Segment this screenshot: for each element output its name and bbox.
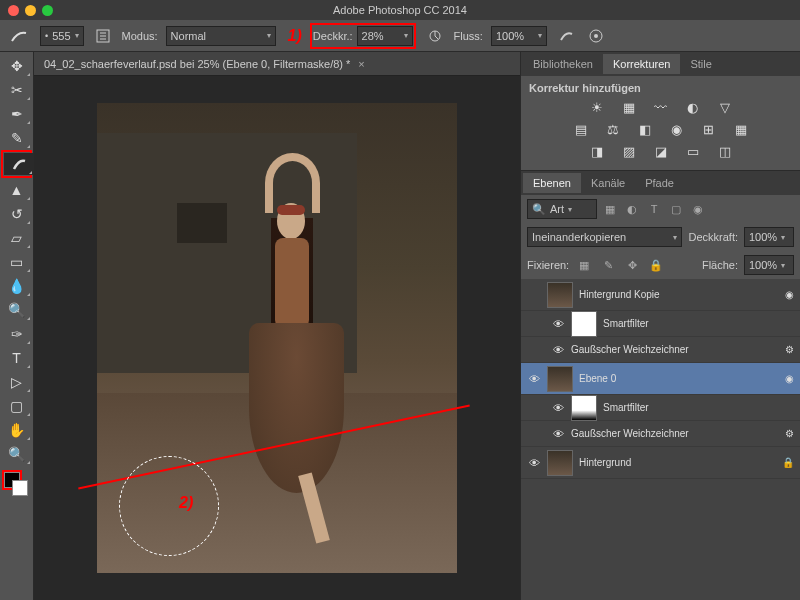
filter-adjust-icon[interactable]: ◐	[623, 201, 641, 217]
lock-all-icon[interactable]: 🔒	[647, 257, 665, 273]
visibility-toggle[interactable]: 👁	[527, 457, 541, 469]
blend-mode-select[interactable]: Normal ▾	[166, 26, 276, 46]
tab-layers[interactable]: Ebenen	[523, 173, 581, 193]
layer-opacity-label: Deckkraft:	[688, 231, 738, 243]
tab-paths[interactable]: Pfade	[635, 173, 684, 193]
document-tab[interactable]: 04_02_schaerfeverlauf.psd bei 25% (Ebene…	[34, 52, 520, 76]
layer-filter-kind[interactable]: 🔍Art▾	[527, 199, 597, 219]
pressure-opacity-icon[interactable]	[424, 25, 446, 47]
layer-row[interactable]: Hintergrund Kopie ◉	[521, 279, 800, 311]
opacity-input[interactable]: 28% ▾	[357, 26, 413, 46]
move-tool[interactable]: ✥	[2, 55, 32, 77]
layer-filter-row: 🔍Art▾ ▦ ◐ T ▢ ◉	[521, 195, 800, 223]
tab-libraries[interactable]: Bibliotheken	[523, 54, 603, 74]
visibility-toggle[interactable]: 👁	[551, 402, 565, 414]
blur-tool[interactable]: 💧	[2, 275, 32, 297]
layer-opacity-input[interactable]: 100%▾	[744, 227, 794, 247]
adjustments-tabs: Bibliotheken Korrekturen Stile	[521, 52, 800, 76]
brush-cursor	[119, 456, 219, 556]
filter-type-icon[interactable]: T	[645, 201, 663, 217]
type-tool[interactable]: T	[2, 347, 32, 369]
lock-move-icon[interactable]: ✥	[623, 257, 641, 273]
adjustments-panel: Korrektur hinzufügen ☀ ▦ 〰 ◐ ▽ ▤ ⚖ ◧ ◉ ⊞…	[521, 76, 800, 171]
visibility-toggle[interactable]: 👁	[551, 428, 565, 440]
brush-size-value: 555	[52, 30, 70, 42]
layer-row[interactable]: 👁 Gaußscher Weichzeichner ⚙	[521, 337, 800, 363]
gradient-tool[interactable]: ▭	[2, 251, 32, 273]
layers-tabs: Ebenen Kanäle Pfade	[521, 171, 800, 195]
canvas[interactable]: 2)	[34, 76, 520, 600]
lock-paint-icon[interactable]: ✎	[599, 257, 617, 273]
posterize-icon[interactable]: ▨	[618, 142, 640, 160]
layer-blend-row: Ineinanderkopieren▾ Deckkraft: 100%▾	[521, 223, 800, 251]
minimize-window-button[interactable]	[25, 5, 36, 16]
smart-object-icon: ◉	[785, 373, 794, 384]
tab-channels[interactable]: Kanäle	[581, 173, 635, 193]
visibility-toggle[interactable]: 👁	[551, 318, 565, 330]
brush-panel-toggle-icon[interactable]	[92, 25, 114, 47]
tab-styles[interactable]: Stile	[680, 54, 721, 74]
layers-list: Hintergrund Kopie ◉ 👁 Smartfilter 👁 Gauß…	[521, 279, 800, 600]
lock-pixels-icon[interactable]: ▦	[575, 257, 593, 273]
crop-tool[interactable]: ✂	[2, 79, 32, 101]
gradient-map-icon[interactable]: ▭	[682, 142, 704, 160]
layer-thumb[interactable]	[547, 366, 573, 392]
shape-tool[interactable]: ▢	[2, 395, 32, 417]
brush-tool[interactable]	[4, 153, 34, 175]
brightness-icon[interactable]: ☀	[586, 98, 608, 116]
path-select-tool[interactable]: ▷	[2, 371, 32, 393]
brush-size-picker[interactable]: • 555 ▾	[40, 26, 84, 46]
hand-tool[interactable]: ✋	[2, 419, 32, 441]
stamp-tool[interactable]: ▲	[2, 179, 32, 201]
layer-thumb[interactable]	[547, 282, 573, 308]
svg-point-3	[594, 34, 598, 38]
bw-icon[interactable]: ◧	[634, 120, 656, 138]
maximize-window-button[interactable]	[42, 5, 53, 16]
layer-blend-mode[interactable]: Ineinanderkopieren▾	[527, 227, 682, 247]
close-window-button[interactable]	[8, 5, 19, 16]
filter-settings-icon[interactable]: ⚙	[785, 344, 794, 355]
dodge-tool[interactable]: 🔍	[2, 299, 32, 321]
color-swatches[interactable]	[0, 470, 33, 500]
background-swatch[interactable]	[12, 480, 28, 496]
zoom-tool[interactable]: 🔍	[2, 443, 32, 465]
mask-thumb[interactable]	[571, 311, 597, 337]
history-brush-tool[interactable]: ↺	[2, 203, 32, 225]
layer-row[interactable]: 👁 Ebene 0 ◉	[521, 363, 800, 395]
layer-thumb[interactable]	[547, 450, 573, 476]
selective-color-icon[interactable]: ◫	[714, 142, 736, 160]
visibility-toggle[interactable]: 👁	[527, 373, 541, 385]
filter-settings-icon[interactable]: ⚙	[785, 428, 794, 439]
filter-shape-icon[interactable]: ▢	[667, 201, 685, 217]
visibility-toggle[interactable]: 👁	[551, 344, 565, 356]
eyedropper-tool[interactable]: ✒	[2, 103, 32, 125]
pen-tool[interactable]: ✑	[2, 323, 32, 345]
layer-fill-input[interactable]: 100%▾	[744, 255, 794, 275]
exposure-icon[interactable]: ◐	[682, 98, 704, 116]
hue-icon[interactable]: ▤	[570, 120, 592, 138]
filter-smart-icon[interactable]: ◉	[689, 201, 707, 217]
brush-preview-icon[interactable]	[6, 25, 32, 47]
eraser-tool[interactable]: ▱	[2, 227, 32, 249]
balance-icon[interactable]: ⚖	[602, 120, 624, 138]
curves-icon[interactable]: 〰	[650, 98, 672, 116]
mask-thumb[interactable]	[571, 395, 597, 421]
levels-icon[interactable]: ▦	[618, 98, 640, 116]
healing-tool[interactable]: ✎	[2, 127, 32, 149]
layer-row[interactable]: 👁 Gaußscher Weichzeichner ⚙	[521, 421, 800, 447]
filter-pixel-icon[interactable]: ▦	[601, 201, 619, 217]
threshold-icon[interactable]: ◪	[650, 142, 672, 160]
lut-icon[interactable]: ▦	[730, 120, 752, 138]
channel-mixer-icon[interactable]: ⊞	[698, 120, 720, 138]
layer-row[interactable]: 👁 Hintergrund 🔒	[521, 447, 800, 479]
photo-filter-icon[interactable]: ◉	[666, 120, 688, 138]
layer-row[interactable]: 👁 Smartfilter	[521, 395, 800, 421]
vibrance-icon[interactable]: ▽	[714, 98, 736, 116]
close-tab-icon[interactable]: ×	[358, 58, 364, 70]
invert-icon[interactable]: ◨	[586, 142, 608, 160]
layer-row[interactable]: 👁 Smartfilter	[521, 311, 800, 337]
tab-adjustments[interactable]: Korrekturen	[603, 54, 680, 74]
pressure-size-icon[interactable]	[585, 25, 607, 47]
airbrush-icon[interactable]	[555, 25, 577, 47]
flow-input[interactable]: 100% ▾	[491, 26, 547, 46]
